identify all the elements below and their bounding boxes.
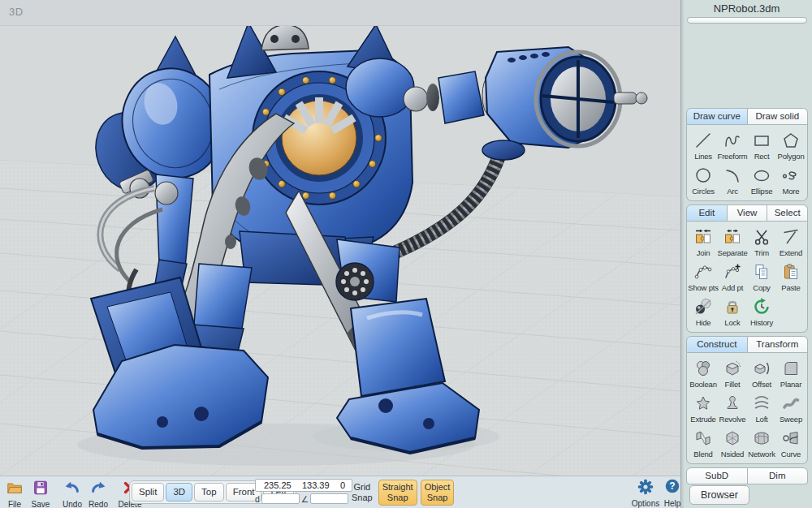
tab-view[interactable]: View: [728, 204, 768, 222]
tool-extrude[interactable]: Extrude: [689, 391, 718, 426]
tool-label: Lines: [694, 152, 712, 161]
tool-label: Polygon: [778, 152, 805, 161]
coordinate-display[interactable]: 235.25 133.39 0: [255, 479, 352, 492]
palette-subd-dim: SubDDim: [686, 467, 808, 484]
loft-icon: [751, 393, 772, 414]
sidebar-scrollbar[interactable]: [687, 17, 807, 24]
angle-label: ∠: [301, 494, 309, 504]
browser-button[interactable]: Browser: [689, 485, 749, 505]
viewport-3d[interactable]: 3D: [0, 0, 680, 476]
more-icon: [780, 165, 801, 186]
options-button[interactable]: Options: [634, 478, 657, 508]
tool-label: Separate: [718, 248, 748, 257]
tool-join[interactable]: Join: [689, 225, 718, 260]
tool-label: Freeform: [718, 152, 748, 161]
extend-icon: [780, 226, 801, 248]
palette-edit: EditViewSelect JoinSeparateTrimExtendSho…: [686, 204, 808, 333]
tab-edit[interactable]: Edit: [686, 204, 728, 222]
tool-polygon[interactable]: Polygon: [776, 128, 806, 163]
coordinate-panel: 235.25 133.39 0 d ∠: [255, 479, 352, 504]
freeform-icon: [722, 130, 743, 151]
tool-label: Offset: [752, 380, 771, 389]
palette-construct: ConstructTransform BooleanFilletOffsetPl…: [686, 336, 808, 464]
tool-label: Boolean: [689, 380, 716, 389]
tool-show-pts[interactable]: Show pts: [689, 260, 718, 295]
coord-x: 235.25: [264, 480, 292, 490]
tool-fillet[interactable]: Fillet: [718, 356, 747, 391]
tool-history[interactable]: History: [747, 295, 776, 329]
distance-input[interactable]: [261, 493, 300, 504]
extrude-icon: [693, 393, 714, 414]
tool-label: Blend: [693, 450, 712, 458]
tool-label: Rect: [754, 152, 770, 161]
join-icon: [693, 226, 714, 248]
tool-label: Planar: [780, 380, 801, 389]
view-button-split[interactable]: Split: [132, 483, 164, 502]
tool-rect[interactable]: Rect: [747, 128, 776, 163]
tab-draw-curve[interactable]: Draw curve: [686, 108, 748, 125]
tool-copy[interactable]: Copy: [747, 260, 776, 295]
snap-grid[interactable]: GridSnap: [349, 480, 375, 506]
tool-sweep[interactable]: Sweep: [776, 391, 806, 426]
tool-nsided[interactable]: Nsided: [718, 426, 747, 461]
save-button[interactable]: Save: [28, 479, 53, 508]
polygon-icon: [780, 130, 801, 151]
tab-subd[interactable]: SubD: [686, 467, 748, 484]
angle-input[interactable]: [310, 493, 348, 504]
paste-icon: [780, 261, 801, 282]
tool-arc[interactable]: Arc: [718, 163, 747, 198]
tool-label: Nsided: [721, 450, 744, 458]
undo-button[interactable]: Undo: [60, 479, 84, 508]
circles-icon: [693, 165, 714, 186]
planar-icon: [780, 358, 801, 379]
tool-offset[interactable]: Offset: [747, 356, 776, 391]
tool-boolean[interactable]: Boolean: [689, 356, 718, 391]
coord-y: 133.39: [302, 480, 330, 490]
tool-trim[interactable]: Trim: [747, 225, 776, 260]
show-pts-icon: [693, 261, 714, 282]
snap-toggles: GridSnapStraightSnapObjectSnap: [349, 480, 454, 506]
tool-circles[interactable]: Circles: [689, 163, 718, 198]
tab-dim[interactable]: Dim: [748, 467, 809, 484]
help-button[interactable]: ? Help: [661, 478, 684, 508]
undo-arrow-icon: [63, 479, 81, 500]
tool-label: Lock: [724, 318, 740, 327]
tab-draw-solid[interactable]: Draw solid: [748, 108, 809, 125]
tool-label: Network: [748, 450, 775, 458]
viewport-label: 3D: [9, 6, 24, 18]
hide-icon: [693, 296, 714, 317]
redo-button[interactable]: Redo: [86, 479, 110, 508]
tool-paste[interactable]: Paste: [776, 260, 806, 295]
sidebar: NPRobot.3dm Draw curveDraw solid LinesFr…: [680, 0, 812, 508]
tool-separate[interactable]: Separate: [718, 225, 747, 260]
tool-revolve[interactable]: Revolve: [718, 391, 747, 426]
gear-icon: [637, 478, 654, 499]
tool-planar[interactable]: Planar: [776, 356, 806, 391]
tool-curve[interactable]: Curve: [776, 426, 806, 461]
tool-lock[interactable]: Lock: [718, 295, 747, 329]
history-icon: [751, 296, 772, 317]
tool-blend[interactable]: Blend: [689, 426, 718, 461]
view-button-top[interactable]: Top: [194, 483, 224, 502]
arc-icon: [722, 165, 743, 186]
tab-select[interactable]: Select: [767, 204, 808, 222]
document-title: NPRobot.3dm: [681, 0, 812, 15]
tool-loft[interactable]: Loft: [747, 391, 776, 426]
tool-hide[interactable]: Hide: [689, 295, 718, 329]
tool-more[interactable]: More: [776, 163, 806, 198]
view-button-3d[interactable]: 3D: [166, 483, 192, 502]
snap-straight[interactable]: StraightSnap: [378, 480, 417, 506]
snap-object[interactable]: ObjectSnap: [421, 480, 455, 506]
tool-ellipse[interactable]: Ellipse: [747, 163, 776, 198]
tool-add-pt[interactable]: Add pt: [718, 260, 747, 295]
tool-freeform[interactable]: Freeform: [718, 128, 747, 163]
palette-draw: Draw curveDraw solid LinesFreeformRectPo…: [686, 108, 808, 201]
tab-construct[interactable]: Construct: [686, 336, 748, 353]
tool-extend[interactable]: Extend: [776, 225, 806, 260]
tool-network[interactable]: Network: [747, 426, 776, 461]
tool-label: Trim: [754, 248, 769, 257]
tool-lines[interactable]: Lines: [689, 128, 718, 163]
tab-transform[interactable]: Transform: [748, 336, 809, 353]
file-button[interactable]: File: [2, 479, 27, 508]
tool-label: Extrude: [690, 415, 715, 424]
